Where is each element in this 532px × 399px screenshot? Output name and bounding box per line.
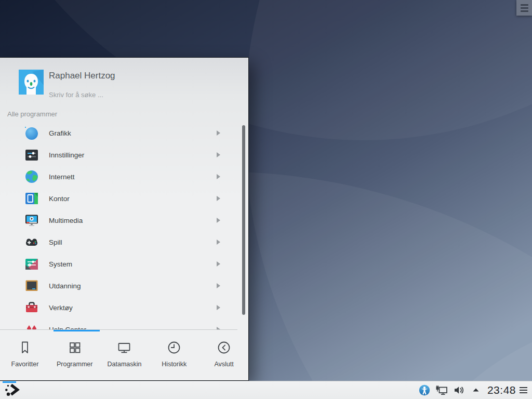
category-item-grafikk[interactable]: Grafikk: [0, 122, 239, 144]
applications-icon: [66, 339, 83, 356]
launcher-active-indicator: [3, 381, 16, 383]
tab-label: Historikk: [162, 361, 187, 368]
tab-datamaskin[interactable]: Datamaskin: [100, 331, 150, 381]
multimedia-icon: [24, 213, 39, 228]
internet-icon: [24, 169, 39, 184]
submenu-arrow-icon: [217, 196, 220, 201]
computer-icon: [116, 339, 132, 356]
category-label: Help Center: [49, 326, 86, 330]
section-label: Alle programmer: [7, 110, 57, 118]
office-icon: [24, 191, 39, 206]
education-icon: [24, 278, 39, 293]
category-label: Verktøy: [49, 304, 73, 312]
category-label: Internett: [49, 173, 75, 181]
kali-logo-icon: [4, 383, 20, 397]
category-label: Innstillinger: [49, 151, 84, 159]
category-item-system[interactable]: System: [0, 253, 239, 275]
expand-caret-icon[interactable]: [470, 384, 482, 396]
tab-label: Programmer: [57, 361, 92, 368]
system-icon: [24, 257, 39, 271]
submenu-arrow-icon: [217, 283, 220, 288]
system-tray: [418, 384, 482, 396]
category-label: Grafikk: [49, 129, 71, 137]
graphics-icon: [24, 126, 39, 140]
tab-bar: Favoritter Programmer Datamaskin Histori…: [0, 331, 249, 381]
bookmark-icon: [17, 339, 33, 356]
tab-label: Avslutt: [214, 361, 233, 368]
category-label: Multimedia: [49, 217, 83, 224]
tab-favoritter[interactable]: Favoritter: [0, 331, 50, 381]
app-launcher-button[interactable]: [0, 381, 24, 399]
category-label: Kontor: [49, 195, 70, 203]
games-icon: [24, 235, 39, 249]
submenu-arrow-icon: [217, 152, 220, 157]
panel-hamburger-icon[interactable]: [520, 387, 527, 393]
network-icon[interactable]: [435, 384, 448, 396]
category-item-internett[interactable]: Internett: [0, 166, 239, 188]
category-label: System: [49, 260, 72, 268]
tab-historikk[interactable]: Historikk: [149, 331, 199, 381]
search-input[interactable]: Skriv for å søke ...: [49, 91, 103, 99]
settings-icon: [24, 148, 39, 162]
digital-clock[interactable]: 23:48: [487, 384, 516, 396]
help-icon: [24, 322, 39, 329]
user-name: Raphael Hertzog: [49, 71, 115, 81]
category-item-multimedia[interactable]: Multimedia: [0, 209, 239, 231]
submenu-arrow-icon: [217, 174, 220, 179]
scrollbar[interactable]: [242, 125, 245, 315]
submenu-arrow-icon: [217, 240, 220, 245]
category-list: Grafikk Innstillinger Internett Kontor M…: [0, 118, 239, 329]
category-item-help-center[interactable]: Help Center: [0, 318, 239, 329]
accessibility-icon[interactable]: [418, 384, 431, 396]
user-avatar[interactable]: [19, 70, 44, 95]
tab-label: Datamaskin: [107, 361, 141, 368]
utilities-icon: [24, 300, 39, 315]
leave-icon: [216, 339, 232, 356]
category-label: Utdanning: [49, 282, 81, 290]
desktop-toolbox-button[interactable]: [516, 0, 532, 16]
tab-label: Favoritter: [11, 361, 39, 368]
submenu-arrow-icon: [217, 130, 220, 136]
category-item-spill[interactable]: Spill: [0, 231, 239, 253]
tabbar-separator: [0, 329, 237, 330]
tab-avslutt[interactable]: Avslutt: [199, 331, 249, 381]
launcher-menu: Raphael Hertzog Skriv for å søke ... All…: [0, 57, 249, 381]
tab-programmer[interactable]: Programmer: [50, 331, 100, 381]
category-item-utdanning[interactable]: Utdanning: [0, 275, 239, 297]
category-label: Spill: [49, 238, 62, 246]
submenu-arrow-icon: [217, 305, 220, 310]
category-item-innstillinger[interactable]: Innstillinger: [0, 144, 239, 166]
category-item-verktøy[interactable]: Verktøy: [0, 297, 239, 318]
category-item-kontor[interactable]: Kontor: [0, 188, 239, 209]
submenu-arrow-icon: [217, 261, 220, 267]
history-icon: [166, 339, 182, 356]
bottom-panel: 23:48: [0, 381, 532, 399]
submenu-arrow-icon: [217, 218, 220, 223]
volume-icon[interactable]: [453, 384, 465, 396]
